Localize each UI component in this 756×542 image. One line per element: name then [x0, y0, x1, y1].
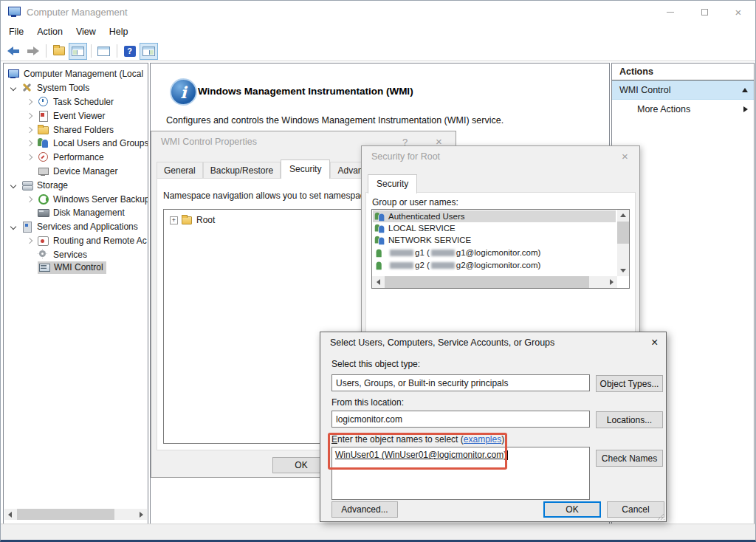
help-button[interactable]: ? [120, 43, 139, 60]
scroll-left-button[interactable] [4, 509, 16, 520]
window-title: Computer Management [27, 7, 128, 18]
tree-item-label: Storage [37, 180, 68, 191]
close-button[interactable]: × [721, 1, 755, 23]
more-actions-label: More Actions [637, 104, 690, 114]
tree-item-disk-management[interactable]: Disk Management [4, 205, 148, 219]
list-item-user-1[interactable]: g1 ( g1@logicmonitor.com) [373, 247, 616, 258]
list-item-user-2[interactable]: g2 ( g2@logicmonitor.com) [373, 259, 616, 271]
tree-horizontal-scrollbar[interactable] [4, 509, 147, 520]
show-action-pane-button[interactable] [140, 43, 158, 60]
info-icon: i [170, 78, 197, 106]
console-tree-icon [72, 47, 84, 56]
tab-security[interactable]: Security [281, 159, 330, 179]
object-names-input[interactable]: WinUser01 (WinUser01@logicmonitor.com) [331, 447, 590, 500]
scroll-right-button[interactable] [605, 276, 617, 288]
cancel-button[interactable]: Cancel [607, 501, 664, 518]
chevron-collapsed-icon[interactable] [27, 154, 32, 159]
ok-button[interactable]: OK [543, 501, 601, 518]
text-caret [507, 450, 508, 460]
locations-button[interactable]: Locations... [596, 411, 663, 428]
check-names-button[interactable]: Check Names [596, 450, 663, 467]
dialog-close-button[interactable]: × [651, 337, 658, 349]
scrollbar-thumb[interactable] [17, 509, 114, 520]
up-level-button[interactable] [49, 43, 68, 60]
forward-button[interactable] [24, 43, 42, 60]
tree-item-performance[interactable]: Performance [4, 150, 148, 164]
tree-item-local-users-groups[interactable]: Local Users and Groups [4, 136, 148, 150]
chevron-expanded-icon[interactable] [10, 84, 16, 90]
tree-item-computer-management[interactable]: Computer Management (Local [4, 66, 148, 80]
tree-item-event-viewer[interactable]: Event Viewer [4, 109, 148, 123]
tab-general[interactable]: General [157, 162, 203, 179]
close-icon: × [735, 7, 742, 18]
redacted-text [431, 262, 455, 269]
list-item-label: g2 ( [415, 261, 430, 270]
tab-backup-restore[interactable]: Backup/Restore [203, 162, 281, 179]
object-type-field: Users, Groups, or Built-in security prin… [331, 374, 590, 391]
users-group-icon [38, 138, 49, 148]
back-button[interactable] [4, 43, 23, 60]
list-item-local-service[interactable]: LOCAL SERVICE [373, 222, 616, 234]
examples-link[interactable]: examples [464, 434, 501, 445]
menu-action[interactable]: Action [30, 23, 69, 41]
object-type-label: Select this object type: [331, 359, 420, 369]
advanced-button[interactable]: Advanced... [331, 501, 398, 518]
maximize-button[interactable] [687, 1, 721, 23]
scroll-right-icon [140, 512, 143, 518]
resize-grip[interactable] [657, 512, 664, 520]
list-item-label: g2@logicmonitor.com) [456, 261, 541, 270]
tree-item-storage[interactable]: Storage [4, 178, 148, 192]
chevron-expanded-icon[interactable] [10, 223, 16, 229]
list-item-label: NETWORK SERVICE [388, 236, 471, 244]
actions-more-actions[interactable]: More Actions [612, 100, 754, 119]
scroll-up-button[interactable] [617, 210, 629, 221]
scroll-down-button[interactable] [617, 265, 629, 276]
wmi-control-icon [39, 263, 50, 272]
tree-item-wmi-control[interactable]: WMI Control [4, 261, 148, 275]
chevron-collapsed-icon[interactable] [27, 98, 32, 104]
tree-item-device-manager[interactable]: Device Manager [4, 164, 148, 178]
root-node-label: Root [196, 215, 215, 225]
actions-group-wmi-control[interactable]: WMI Control [612, 80, 754, 100]
group-user-names-list: Authenticated Users LOCAL SERVICE NETWOR… [371, 209, 630, 289]
show-console-tree-button[interactable] [69, 43, 87, 60]
list-item-network-service[interactable]: NETWORK SERVICE [373, 234, 616, 246]
chevron-collapsed-icon[interactable] [27, 140, 32, 145]
tab-security[interactable]: Security [368, 174, 417, 193]
scroll-right-button[interactable] [136, 509, 147, 520]
tree-item-routing-remote-access[interactable]: Routing and Remote Ac [4, 233, 148, 247]
dialog-close-button[interactable]: × [622, 151, 628, 162]
chevron-collapsed-icon[interactable] [27, 112, 32, 118]
menu-help[interactable]: Help [103, 23, 135, 41]
scrollbar-thumb[interactable] [385, 276, 589, 288]
properties-button[interactable] [94, 43, 113, 60]
tree-item-services-applications[interactable]: Services and Applications [4, 219, 148, 233]
maximize-icon [701, 9, 708, 16]
menu-view[interactable]: View [69, 23, 103, 41]
tree-item-shared-folders[interactable]: Shared Folders [4, 123, 148, 137]
object-types-button[interactable]: Object Types... [596, 375, 663, 392]
tree-item-label: Local Users and Groups [53, 138, 148, 148]
minimize-button[interactable] [653, 1, 687, 23]
collapse-icon[interactable] [742, 88, 748, 92]
list-vertical-scrollbar[interactable] [617, 210, 629, 276]
tree-item-label: Windows Server Backup [53, 194, 148, 205]
expand-plus-icon[interactable]: + [170, 216, 178, 224]
namespace-root-node[interactable]: + Root [170, 215, 215, 225]
routing-icon [38, 236, 49, 245]
chevron-collapsed-icon[interactable] [27, 237, 32, 243]
tree-item-services[interactable]: Services [4, 247, 148, 261]
chevron-collapsed-icon[interactable] [27, 196, 32, 202]
tree-item-windows-server-backup[interactable]: Windows Server Backup [4, 192, 148, 206]
chevron-expanded-icon[interactable] [10, 182, 16, 188]
menu-file[interactable]: File [2, 23, 30, 41]
list-horizontal-scrollbar[interactable] [372, 276, 617, 288]
wmi-description: Configures and controls the Windows Mana… [166, 115, 504, 126]
tree-item-system-tools[interactable]: System Tools [4, 80, 148, 95]
tree-item-task-scheduler[interactable]: Task Scheduler [4, 95, 148, 109]
chevron-collapsed-icon[interactable] [27, 126, 32, 132]
list-item-authenticated-users[interactable]: Authenticated Users [373, 210, 616, 222]
scrollbar-thumb[interactable] [617, 222, 629, 244]
tree-item-label: Computer Management (Local [24, 69, 143, 79]
scroll-left-button[interactable] [372, 276, 384, 288]
